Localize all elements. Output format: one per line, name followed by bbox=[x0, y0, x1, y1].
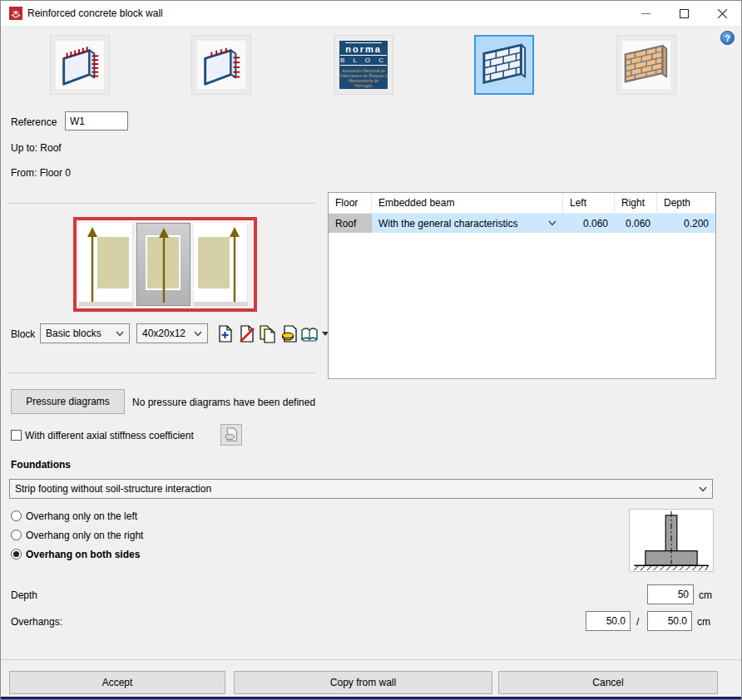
wall-type-reinforced-b-button[interactable] bbox=[191, 35, 251, 95]
normabloc-logo: norma B L O C Asociación Nacional de Fab… bbox=[339, 41, 388, 89]
pressure-status-text: No pressure diagrams have been defined bbox=[132, 397, 315, 408]
row-depth-cell[interactable]: 0.200 bbox=[657, 214, 715, 233]
overhang-right-input[interactable] bbox=[647, 611, 692, 631]
reference-input[interactable] bbox=[65, 111, 128, 131]
maximize-button[interactable] bbox=[665, 1, 703, 26]
block-label: Block bbox=[11, 328, 35, 340]
copy-from-wall-button[interactable]: Copy from wall bbox=[234, 671, 492, 694]
col-floor: Floor bbox=[329, 193, 372, 213]
up-arrow-icon bbox=[87, 227, 98, 303]
block-add-button[interactable] bbox=[215, 323, 235, 344]
radio-overhang-left-label: Overhang only on the left bbox=[26, 510, 137, 522]
separator-top bbox=[7, 203, 315, 204]
stamp-page-disabled-icon bbox=[225, 427, 238, 442]
wall-type-brick-button[interactable] bbox=[616, 35, 676, 95]
wall-type-normabloc-button[interactable]: norma B L O C Asociación Nacional de Fab… bbox=[334, 35, 393, 95]
col-embedded-beam: Embedded beam bbox=[372, 193, 563, 213]
up-arrow-icon bbox=[158, 228, 170, 304]
reinforced-wall-3d-a-icon bbox=[56, 41, 104, 89]
dialog-reinforced-concrete-block-wall: Reinforced concrete block wall ? bbox=[0, 0, 742, 700]
library-book-icon bbox=[300, 326, 320, 343]
radio-dot bbox=[13, 551, 19, 557]
radio-overhang-both[interactable] bbox=[11, 549, 22, 560]
wall-type-concrete-block-button[interactable] bbox=[474, 35, 534, 95]
up-arrow-icon bbox=[229, 227, 240, 303]
copy-pages-icon bbox=[259, 325, 277, 343]
orientation-right-option[interactable] bbox=[194, 223, 248, 306]
depth-label: Depth bbox=[11, 589, 37, 601]
radio-overhang-right[interactable] bbox=[11, 530, 22, 540]
chevron-down-icon bbox=[116, 331, 124, 337]
block-copy-button[interactable] bbox=[257, 323, 278, 344]
orientation-left-option[interactable] bbox=[79, 223, 133, 306]
orientation-center-option[interactable] bbox=[136, 223, 190, 306]
block-size-select[interactable]: 40x20x12 bbox=[136, 323, 208, 343]
footing-section-icon bbox=[631, 510, 712, 570]
depth-unit: cm bbox=[699, 589, 712, 601]
depth-input[interactable] bbox=[647, 584, 694, 604]
radio-overhang-right-label: Overhang only on the right bbox=[26, 530, 143, 541]
table-row: Roof With the general characteristics 0.… bbox=[329, 214, 715, 233]
stamp-page-icon bbox=[281, 325, 298, 343]
window-title: Reinforced concrete block wall bbox=[27, 7, 163, 19]
chevron-down-icon bbox=[548, 220, 556, 226]
pressure-diagrams-button[interactable]: Pressure diagrams bbox=[11, 389, 125, 414]
col-left: Left bbox=[563, 193, 615, 213]
reference-label: Reference bbox=[11, 116, 57, 128]
help-icon[interactable]: ? bbox=[720, 31, 735, 45]
axial-stamp-button[interactable] bbox=[220, 424, 242, 446]
block-delete-button[interactable] bbox=[236, 323, 257, 344]
overhangs-label: Overhangs: bbox=[11, 616, 62, 628]
row-beam-select[interactable]: With the general characteristics bbox=[372, 214, 563, 233]
orientation-selector bbox=[73, 217, 257, 312]
close-button[interactable] bbox=[703, 1, 741, 26]
wall-type-reinforced-a-button[interactable] bbox=[50, 35, 110, 95]
radio-overhang-both-label: Overhang on both sides bbox=[26, 549, 140, 560]
wall-rect bbox=[198, 237, 230, 288]
from-label: From: Floor 0 bbox=[11, 167, 71, 179]
normabloc-subtext: Asociación Nacional de Fabricantes de Bl… bbox=[339, 68, 388, 88]
foundations-title: Foundations bbox=[11, 459, 71, 471]
delete-page-icon bbox=[239, 325, 255, 343]
minimize-button[interactable] bbox=[626, 1, 665, 26]
chevron-down-icon bbox=[194, 331, 202, 337]
window-controls bbox=[626, 1, 741, 26]
block-stamp-button[interactable] bbox=[279, 323, 299, 344]
up-to-label: Up to: Roof bbox=[11, 142, 62, 154]
block-type-select[interactable]: Basic blocks bbox=[40, 323, 130, 343]
normabloc-line2: B L O C bbox=[340, 55, 387, 66]
row-floor-cell[interactable]: Roof bbox=[329, 214, 372, 233]
col-depth: Depth bbox=[657, 193, 715, 213]
table-header: Floor Embedded beam Left Right Depth bbox=[329, 193, 715, 214]
axial-stiffness-checkbox[interactable] bbox=[11, 430, 22, 441]
chevron-down-icon bbox=[699, 486, 707, 492]
row-right-cell[interactable]: 0.060 bbox=[615, 214, 657, 233]
overhangs-separator: / bbox=[636, 616, 639, 628]
cancel-button[interactable]: Cancel bbox=[498, 671, 718, 694]
row-left-cell[interactable]: 0.060 bbox=[563, 214, 615, 233]
overhang-left-input[interactable] bbox=[586, 611, 631, 631]
normabloc-line1: norma bbox=[345, 42, 382, 54]
foundation-type-select[interactable]: Strip footing without soil-structure int… bbox=[9, 479, 713, 499]
radio-overhang-left[interactable] bbox=[11, 510, 22, 521]
embedded-beam-table: Floor Embedded beam Left Right Depth Roo… bbox=[328, 192, 716, 379]
add-page-icon bbox=[217, 325, 234, 343]
col-right: Right bbox=[615, 193, 657, 213]
block-library-button[interactable] bbox=[300, 323, 329, 344]
axial-stiffness-label: With different axial stiffness coefficie… bbox=[25, 430, 194, 441]
separator-block bbox=[7, 372, 315, 373]
strip-footing-diagram bbox=[629, 509, 714, 572]
overhangs-unit: cm bbox=[697, 616, 710, 628]
reinforced-wall-3d-b-icon bbox=[197, 41, 245, 89]
separator-footer bbox=[1, 659, 742, 660]
wall-rect bbox=[97, 237, 129, 288]
app-icon bbox=[9, 7, 22, 20]
concrete-block-wall-icon bbox=[480, 41, 528, 89]
titlebar: Reinforced concrete block wall bbox=[1, 1, 741, 26]
brick-wall-icon bbox=[622, 41, 670, 89]
window-bottom-border bbox=[1, 697, 741, 699]
accept-button[interactable]: Accept bbox=[9, 671, 225, 694]
